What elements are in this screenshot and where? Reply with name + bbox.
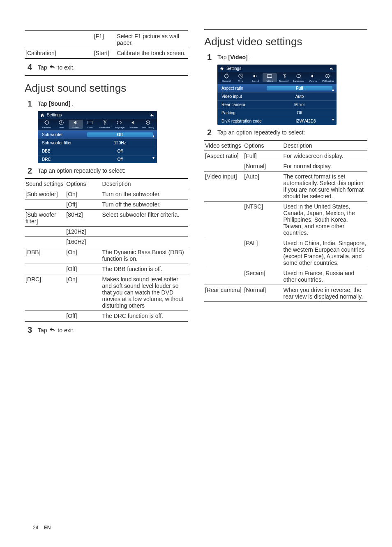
cell: The correct format is set automatically.…: [283, 172, 367, 202]
cell: [204, 238, 243, 268]
tab-label: Sound: [72, 126, 79, 129]
row-label: Video input: [221, 94, 267, 99]
step-text: Tap an option repeatedly to select:: [217, 128, 367, 137]
sound-settings-screenshot: Settings General Time Sound Video Blueto…: [38, 111, 157, 163]
row-value: Mirror: [267, 102, 332, 107]
text: Tap: [38, 327, 48, 334]
row-label: Rear camera: [221, 102, 267, 107]
row-label: Parking: [221, 111, 267, 115]
cell: [Start]: [93, 48, 116, 59]
tab-time: Time: [233, 73, 248, 82]
step-number: 2: [204, 128, 212, 137]
tab-general: General: [219, 73, 233, 82]
cell: For widescreen display.: [283, 151, 367, 161]
tab-bluetooth: Bluetooth: [97, 120, 112, 129]
text: Tap: [38, 64, 48, 71]
cell: [On]: [65, 274, 101, 311]
scroll-arrows: ▴▾: [152, 134, 154, 160]
step-1-sound: 1 Tap [Sound] .: [25, 100, 188, 108]
right-column: Adjust video settings 1 Tap [Video] . Se…: [204, 29, 367, 337]
step-number: 3: [25, 326, 32, 334]
cell: [Sub woofer filter]: [25, 210, 65, 227]
step-text: Tap [Video] .: [217, 53, 367, 61]
page: [F1] Select F1 picture as wall paper. [C…: [0, 0, 392, 547]
tab-time: Time: [54, 120, 68, 129]
svg-point-5: [148, 122, 149, 123]
top-table: [F1] Select F1 picture as wall paper. [C…: [25, 30, 188, 59]
tab-sound: Sound: [69, 120, 83, 129]
tab-sound: Sound: [248, 73, 263, 82]
back-icon: [329, 67, 334, 71]
row-label: Sub woofer: [42, 132, 87, 137]
cell: [On]: [65, 247, 101, 264]
tab-label: Language: [114, 126, 125, 129]
tab-label: Time: [58, 126, 64, 129]
step-4: 4 Tap to exit.: [25, 63, 188, 71]
back-icon: [150, 113, 154, 117]
ui-tabbar: General Time Sound Video Bluetooth Langu…: [217, 72, 337, 84]
cell: The DRC function is off.: [101, 311, 188, 322]
ui-row-subwoofer: Sub woofer Off: [38, 130, 157, 139]
cell: [On]: [65, 189, 101, 199]
row-value: Off: [87, 157, 153, 162]
cell: [Sub woofer]: [25, 189, 65, 199]
th: Description: [101, 178, 188, 189]
row-value: Off: [87, 132, 153, 137]
ui-tabbar: General Time Sound Video Bluetooth Langu…: [38, 119, 157, 130]
cell: [F1]: [93, 31, 116, 48]
text: .: [249, 54, 251, 60]
tab-label: Bluetooth: [99, 126, 110, 129]
text: Tap: [217, 54, 228, 60]
tab-label: Bluetooth: [279, 80, 289, 82]
cell: Calibrate the touch screen.: [116, 48, 188, 59]
cell: [204, 161, 243, 172]
scroll-arrows: ▴▾: [332, 87, 334, 122]
tab-label: Volume: [129, 126, 138, 129]
ui-row-rearcamera: Rear camera Mirror: [217, 100, 337, 109]
row-label: Aspect ratio: [221, 86, 267, 90]
cell: [PAL]: [243, 238, 282, 268]
cell: Select subwoofer filter criteria.: [101, 210, 188, 227]
down-arrow-icon: ▾: [332, 117, 334, 122]
bold-text: [Sound]: [48, 100, 70, 107]
ui-row-aspect: Aspect ratio Full: [217, 84, 337, 92]
tab-label: Video: [267, 80, 273, 82]
sound-table: Sound settings Options Description [Sub …: [25, 178, 188, 322]
cell: [Calibration]: [25, 48, 93, 59]
cell: Used in China, India, Singapore, the wes…: [283, 238, 367, 268]
cell: [Aspect ratio]: [204, 151, 243, 161]
th: Options: [243, 140, 282, 151]
video-table: Video settings Options Description [Aspe…: [204, 140, 367, 302]
back-icon: [48, 327, 56, 332]
tab-general: General: [39, 120, 54, 129]
back-icon: [48, 64, 56, 70]
cell: Used in the United States, Canada, Japan…: [283, 202, 367, 238]
tab-volume: Volume: [306, 73, 321, 82]
tab-language: Language: [112, 120, 126, 129]
cell: Select F1 picture as wall paper.: [116, 31, 188, 48]
svg-point-0: [45, 121, 48, 125]
row-label: DBB: [42, 149, 87, 153]
heading-sound: Adjust sound settings: [25, 75, 188, 95]
up-arrow-icon: ▴: [332, 87, 334, 92]
tab-label: General: [42, 126, 51, 129]
cell: [25, 199, 65, 210]
cell: [25, 237, 65, 247]
th: Options: [65, 178, 101, 189]
tab-video: Video: [83, 120, 97, 129]
cell: Makes loud sound level softer and soft s…: [101, 274, 188, 311]
step-text: Tap an option repeatedly to select:: [38, 167, 188, 175]
ui-row-dbb: DBB Off: [38, 147, 157, 155]
ui-row-subwooferfilter: Sub woofer filter 120Hz: [38, 139, 157, 147]
home-icon: [40, 113, 44, 117]
bold-text: [Video]: [228, 54, 247, 60]
svg-rect-8: [267, 75, 272, 78]
cell: [25, 311, 65, 322]
step-text: Tap to exit.: [38, 326, 188, 334]
cell: [Normal]: [243, 161, 282, 172]
tab-dvd: DVD rating: [321, 73, 335, 82]
cell: [NTSC]: [243, 202, 282, 238]
step-2-video: 2 Tap an option repeatedly to select:: [204, 128, 367, 137]
row-value: 120Hz: [87, 141, 153, 145]
cell: [Secam]: [243, 268, 282, 285]
